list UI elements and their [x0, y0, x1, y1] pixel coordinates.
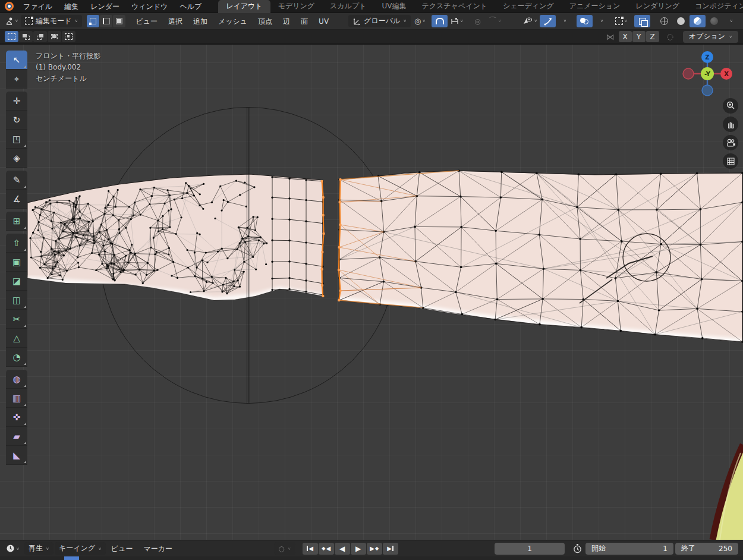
topbar-menu-ファイル[interactable]: ファイル [17, 0, 58, 13]
workspace-tab[interactable]: テクスチャペイント [414, 0, 495, 13]
pan-button[interactable] [723, 117, 738, 132]
next-keyframe-button[interactable]: ▶◆ [367, 543, 382, 555]
workspace-tab[interactable]: UV編集 [374, 0, 414, 13]
shading-dropdown[interactable]: ∨ [723, 15, 739, 27]
tool-shrink-fatten[interactable]: ✜ [6, 408, 27, 427]
shading-rendered-button[interactable] [706, 15, 722, 27]
tool-smooth[interactable]: ◍ [6, 370, 27, 389]
ortho-toggle-button[interactable] [723, 153, 738, 169]
header-menu-辺[interactable]: 辺 [278, 13, 295, 30]
workspace-tab[interactable]: スカルプト [322, 0, 374, 13]
tool-add-cube[interactable]: ⊞ [6, 212, 27, 231]
tool-knife[interactable]: ✂ [6, 310, 27, 329]
gizmo-negx-axis[interactable] [683, 68, 694, 79]
tool-select-box[interactable]: ↖ [6, 51, 27, 70]
topbar-menu-ヘルプ[interactable]: ヘルプ [174, 0, 207, 13]
timeline-strip[interactable] [0, 556, 743, 560]
jump-to-end-button[interactable]: ▶ [383, 543, 398, 555]
tool-scale[interactable]: ◳ [6, 130, 27, 149]
select-mode-extend-button[interactable] [19, 31, 33, 42]
snap-toggle-button[interactable] [432, 15, 448, 27]
edge-select-button[interactable] [100, 15, 112, 27]
tool-inset-faces[interactable]: ▣ [6, 253, 27, 272]
workspace-tab[interactable]: レンダリング [628, 0, 687, 13]
tool-loop-cut[interactable]: ◫ [6, 291, 27, 310]
playhead-marker[interactable] [64, 556, 79, 560]
mirror-axis-z[interactable]: Z [646, 31, 659, 42]
workspace-tab[interactable]: コンポジティング [687, 0, 743, 13]
frame-end-field[interactable]: 終了 250 [675, 543, 738, 555]
header-menu-選択[interactable]: 選択 [163, 13, 188, 30]
timeline-menu-再生[interactable]: 再生∨ [24, 542, 53, 555]
autokey-button[interactable]: ○∨ [274, 542, 295, 555]
face-select-button[interactable] [113, 15, 125, 27]
mirror-axis-y[interactable]: Y [632, 31, 646, 42]
tool-rip-region[interactable]: ◣ [6, 446, 27, 465]
show-gizmo-dropdown[interactable]: ∨ [557, 15, 573, 27]
shading-material-button[interactable] [690, 15, 706, 27]
tool-annotate[interactable]: ✎ [6, 171, 27, 190]
play-forward-button[interactable]: ▶ [351, 543, 366, 555]
workspace-tab[interactable]: アニメーション [562, 0, 628, 13]
proportional-edit-button[interactable]: ◎ [470, 15, 486, 27]
timeline-menu-ビュー[interactable]: ビュー [106, 540, 138, 557]
viewport-3d[interactable]: フロント・平行投影 (1) Body.002 センチメートル ↖⌖✛↻◳◈✎∡⊞… [0, 45, 743, 540]
workspace-tab[interactable]: レイアウト [218, 0, 270, 13]
blender-logo-icon[interactable] [5, 2, 14, 11]
object-visibility-button[interactable]: ∨ [521, 15, 539, 27]
timeline-editor-type-button[interactable]: ∨ [5, 542, 21, 555]
tool-transform[interactable]: ◈ [6, 149, 27, 168]
header-menu-ビュー[interactable]: ビュー [130, 13, 163, 30]
shading-wireframe-button[interactable] [656, 15, 672, 27]
snap-symmetry-button[interactable]: ◌ [662, 30, 678, 43]
show-gizmo-button[interactable] [540, 15, 556, 27]
tool-extrude-region[interactable]: ⇧ [6, 234, 27, 253]
vertex-select-button[interactable] [87, 15, 99, 27]
topbar-menu-編集[interactable]: 編集 [58, 0, 84, 13]
topbar-menu-ウィンドウ[interactable]: ウィンドウ [125, 0, 174, 13]
workspace-tab[interactable]: シェーディング [495, 0, 562, 13]
tool-cursor[interactable]: ⌖ [6, 70, 27, 89]
show-overlays-button[interactable] [577, 15, 593, 27]
header-menu-面[interactable]: 面 [295, 13, 313, 30]
mirror-axis-x[interactable]: X [619, 31, 632, 42]
select-mode-invert-button[interactable] [48, 31, 61, 42]
zoom-button[interactable] [723, 98, 738, 114]
timeline-menu-キーイング[interactable]: キーイング∨ [55, 542, 106, 555]
play-reverse-button[interactable]: ◀ [335, 543, 350, 555]
pivot-point-button[interactable]: ◎∨ [412, 15, 428, 27]
previous-keyframe-button[interactable]: ◆◀ [319, 543, 334, 555]
orientation-selector[interactable]: グローバル ∨ [348, 15, 411, 27]
tool-shear[interactable]: ▰ [6, 427, 27, 446]
tool-spin[interactable]: ◔ [6, 348, 27, 367]
header-menu-UV[interactable]: UV [313, 13, 334, 30]
tool-edge-slide[interactable]: ▥ [6, 389, 27, 408]
select-mode-intersect-button[interactable] [62, 31, 75, 42]
mode-selector[interactable]: 編集モード ∨ [21, 15, 82, 27]
tool-poly-build[interactable]: △ [6, 329, 27, 348]
mirror-button[interactable]: ⋈ [602, 30, 618, 43]
select-mode-subtract-button[interactable] [33, 31, 47, 42]
jump-to-start-button[interactable]: ◀ [303, 543, 318, 555]
header-menu-頂点[interactable]: 頂点 [253, 13, 278, 30]
timeline-menu-マーカー[interactable]: マーカー [138, 540, 178, 557]
frame-start-field[interactable]: 開始 1 [585, 543, 673, 555]
xray-toggle-button[interactable] [634, 15, 650, 27]
tool-move[interactable]: ✛ [6, 92, 27, 111]
shading-solid-button[interactable] [673, 15, 689, 27]
show-overlays-dropdown[interactable]: ∨ [594, 15, 610, 27]
header-menu-メッシュ[interactable]: メッシュ [213, 13, 253, 30]
options-dropdown[interactable]: オプション∨ [683, 31, 738, 43]
gizmo-region-button[interactable]: ∨ [613, 15, 629, 27]
topbar-menu-レンダー[interactable]: レンダー [84, 0, 125, 13]
header-menu-追加[interactable]: 追加 [188, 13, 213, 30]
tool-measure[interactable]: ∡ [6, 190, 27, 209]
tool-bevel[interactable]: ◪ [6, 272, 27, 291]
falloff-button[interactable]: ⌒∨ [487, 15, 503, 27]
select-mode-new-button[interactable] [5, 31, 18, 42]
workspace-tab[interactable]: モデリング [270, 0, 322, 13]
navigation-gizmo[interactable]: Z X -Y [681, 49, 733, 101]
viewport-canvas[interactable] [0, 45, 743, 540]
gizmo-negz-axis[interactable] [702, 85, 713, 96]
stopwatch-button[interactable] [573, 544, 582, 553]
